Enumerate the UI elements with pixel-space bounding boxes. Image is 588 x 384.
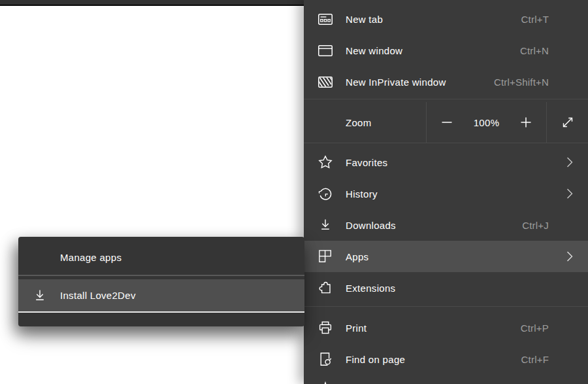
extensions-puzzle-icon [318,281,333,295]
find-on-page-icon [318,352,333,366]
submenu-item-manage-apps[interactable]: Manage apps [18,239,304,275]
menu-item-new-tab[interactable]: New tab Ctrl+T [304,3,588,35]
menu-item-shortcut: Ctrl+T [521,14,549,25]
menu-item-shortcut: Ctrl+N [520,45,549,56]
menu-item-new-window[interactable]: New window Ctrl+N [304,35,588,66]
menu-item-print[interactable]: Print Ctrl+P [304,312,588,343]
zoom-out-button[interactable] [441,116,453,128]
menu-item-label: New window [346,45,520,56]
menu-item-label: New InPrivate window [346,77,494,88]
menu-item-label: Find on page [346,354,521,365]
chevron-right-icon [566,156,574,168]
menu-item-label: Extensions [346,283,574,294]
menu-item-label: Favorites [346,157,566,168]
zoom-value: 100% [474,117,500,128]
zoom-label: Zoom [346,117,426,128]
print-icon [318,321,333,335]
menu-item-downloads[interactable]: Downloads Ctrl+J [304,209,588,241]
menu-item-partial[interactable] [304,375,588,384]
submenu-item-install-love2dev[interactable]: Install Love2Dev [18,279,304,311]
new-tab-icon [318,14,333,25]
chevron-right-icon [566,188,574,200]
submenu-item-label: Install Love2Dev [60,290,290,301]
favorites-star-icon [318,155,333,169]
install-download-icon [33,288,47,303]
menu-item-history[interactable]: History [304,178,588,209]
menu-item-label: Apps [346,251,566,262]
apps-submenu: Manage apps Install Love2Dev [18,237,304,326]
menu-item-label: Downloads [346,220,522,231]
submenu-item-label: Manage apps [60,252,290,263]
download-icon [318,218,333,232]
menu-separator [304,99,588,99]
new-window-icon [318,45,333,56]
browser-settings-menu: New tab Ctrl+T New window Ctrl+N [304,0,588,384]
menu-separator [304,306,588,307]
apps-icon [318,250,333,263]
zoom-row: Zoom 100% [304,102,588,143]
history-icon [318,186,333,201]
zoom-in-button[interactable] [520,116,532,128]
menu-item-label: New tab [346,14,521,25]
submenu-separator [18,275,304,276]
read-aloud-icon [318,381,333,384]
menu-item-extensions[interactable]: Extensions [304,272,588,304]
chevron-right-icon [566,251,574,262]
menu-item-shortcut: Ctrl+F [521,354,549,365]
focus-indicator-line [18,311,304,313]
menu-item-apps[interactable]: Apps [304,241,588,272]
menu-item-label: History [346,188,566,200]
menu-item-shortcut: Ctrl+Shift+N [494,77,549,88]
menu-item-shortcut: Ctrl+J [522,220,549,231]
menu-item-new-inprivate-window[interactable]: New InPrivate window Ctrl+Shift+N [304,66,588,97]
menu-item-shortcut: Ctrl+P [521,323,549,334]
menu-item-find-on-page[interactable]: Find on page Ctrl+F [304,343,588,375]
menu-separator [304,143,588,143]
fullscreen-button[interactable] [561,116,574,129]
menu-item-label: Print [346,323,521,334]
menu-item-favorites[interactable]: Favorites [304,147,588,178]
inprivate-window-icon [318,77,333,88]
